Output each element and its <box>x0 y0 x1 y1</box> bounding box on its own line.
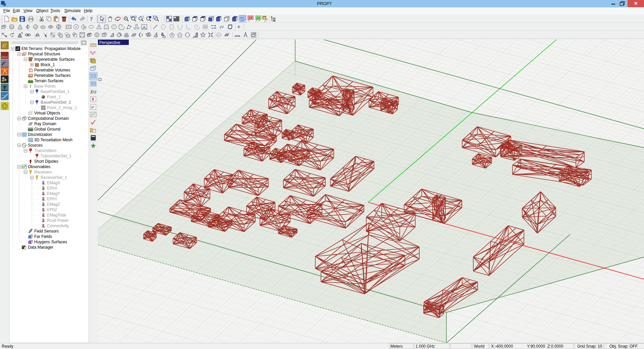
svg-text:f(x): f(x) <box>91 89 96 94</box>
svg-text:Point_1: Point_1 <box>47 95 61 99</box>
svg-text:Point_2_Array_1: Point_2_Array_1 <box>47 105 77 110</box>
svg-text:Computational Domain: Computational Domain <box>28 116 69 121</box>
svg-text:Impenetrable Surfaces: Impenetrable Surfaces <box>34 57 75 62</box>
svg-text:x²: x² <box>91 105 95 109</box>
svg-text:Rcvd Power: Rcvd Power <box>47 218 69 223</box>
svg-text:Ray Domain: Ray Domain <box>34 121 56 126</box>
svg-text:Huygens Surfaces: Huygens Surfaces <box>34 240 67 244</box>
svg-text:EPhZ: EPhZ <box>47 207 57 212</box>
svg-text:Block_1: Block_1 <box>41 62 55 67</box>
svg-text:Far Fields: Far Fields <box>34 234 52 239</box>
svg-text:Short Dipoles: Short Dipoles <box>34 159 58 164</box>
svg-text:ZX: ZX <box>256 16 260 19</box>
svg-text:Sources: Sources <box>28 143 43 148</box>
svg-text:EMagY: EMagY <box>47 191 60 196</box>
svg-text:EPhX: EPhX <box>47 186 57 191</box>
svg-text:Penetrable Volumes: Penetrable Volumes <box>34 68 70 72</box>
svg-text:TransmitterSet_1: TransmitterSet_1 <box>41 154 71 158</box>
svg-text:Virtual Objects: Virtual Objects <box>34 111 60 115</box>
svg-text:EM.Terrano: Propagation Module: EM.Terrano: Propagation Module <box>21 46 80 51</box>
svg-text:Base Points: Base Points <box>34 84 56 89</box>
svg-text:EMagX: EMagX <box>47 181 60 185</box>
svg-text:ReceiverSet_1: ReceiverSet_1 <box>41 175 67 180</box>
svg-text:Global Ground: Global Ground <box>34 127 60 132</box>
svg-text:Data Manager: Data Manager <box>28 245 53 250</box>
svg-text:3D Tessellation Mesh: 3D Tessellation Mesh <box>34 138 72 142</box>
svg-text:W: W <box>263 16 266 19</box>
svg-text:EMagZ: EMagZ <box>47 202 60 207</box>
svg-text:Connectivity: Connectivity <box>47 223 69 228</box>
svg-text:Perspective: Perspective <box>99 40 120 45</box>
svg-text:Receivers: Receivers <box>34 170 52 174</box>
svg-text:Discretization: Discretization <box>28 132 52 137</box>
svg-text:Penetrable Surfaces: Penetrable Surfaces <box>34 73 71 78</box>
svg-text:BasePointSet_2: BasePointSet_2 <box>41 100 71 105</box>
svg-text:EMagTotal: EMagTotal <box>47 213 66 217</box>
svg-text:?: ? <box>90 16 93 22</box>
svg-text:Terrain Surfaces: Terrain Surfaces <box>34 79 63 83</box>
svg-text:Observables: Observables <box>28 164 50 169</box>
svg-text:Field Sensors: Field Sensors <box>34 229 59 234</box>
svg-text:BasePointSet_1: BasePointSet_1 <box>41 89 69 94</box>
svg-text:Transmitters: Transmitters <box>34 148 56 153</box>
svg-text:EPhY: EPhY <box>47 197 57 201</box>
svg-text:Physical Structure: Physical Structure <box>28 52 60 56</box>
svg-text:X: X <box>92 97 94 102</box>
svg-text:YZ: YZ <box>249 16 253 19</box>
